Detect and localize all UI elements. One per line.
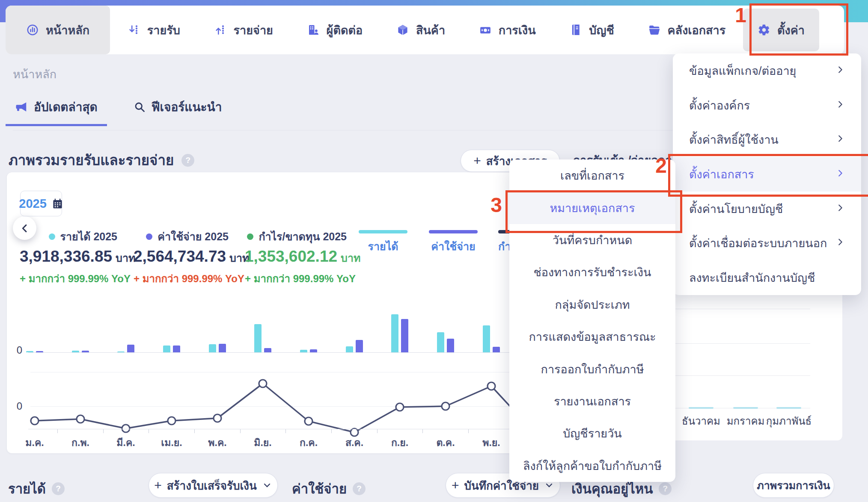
create-receipt-button[interactable]: + สร้างใบเสร็จรับเงิน bbox=[149, 473, 278, 498]
nav-item-income[interactable]: รายรับ bbox=[111, 6, 196, 54]
chevron-down-icon bbox=[262, 480, 272, 490]
tab-latest-updates[interactable]: อัปเดตล่าสุด bbox=[6, 95, 107, 126]
year-selector[interactable]: 2025 bbox=[20, 191, 62, 216]
chevron-right-icon bbox=[835, 202, 845, 216]
x-axis-tick bbox=[103, 429, 104, 433]
settings-menu-item[interactable]: ตั้งค่าองค์กร bbox=[673, 88, 861, 123]
nav-item-label: สินค้า bbox=[416, 21, 445, 39]
settings-menu-item[interactable]: ลงทะเบียนสำนักงานบัญชี bbox=[673, 260, 861, 295]
legend-color-bar bbox=[429, 230, 478, 233]
stat-label-text: ค่าใช้จ่าย 2025 bbox=[158, 228, 229, 245]
doc-submenu-item[interactable]: กลุ่มจัดประเภท bbox=[509, 289, 675, 321]
doc-submenu-item[interactable]: รายงานเอกสาร bbox=[509, 385, 675, 417]
bar-expense[interactable] bbox=[173, 345, 180, 352]
doc-submenu-item[interactable]: การออกใบกำกับภาษี bbox=[509, 353, 675, 385]
x-axis-label: มิ.ย. bbox=[244, 435, 282, 450]
settings-menu-item[interactable]: ตั้งค่านโยบายบัญชี bbox=[673, 192, 861, 226]
stat-value: 1,353,602.12บาท bbox=[245, 248, 347, 266]
bar-expense[interactable] bbox=[264, 348, 271, 352]
month-label: กุมภาพันธ์ bbox=[762, 413, 815, 429]
breadcrumb: หน้าหลัก bbox=[13, 65, 56, 83]
nav-item-dashboard[interactable]: หน้าหลัก bbox=[6, 6, 110, 54]
doc-submenu-item[interactable]: บัญชีรายวัน bbox=[509, 417, 675, 449]
doc-submenu-item[interactable]: วันที่ครบกำหนด bbox=[509, 224, 675, 256]
bar-income[interactable] bbox=[437, 332, 444, 352]
bar-income[interactable] bbox=[209, 344, 216, 352]
chevron-right-icon bbox=[835, 236, 845, 250]
finance-overview-label: ภาพรวมการเงิน bbox=[757, 477, 830, 494]
x-axis-tick bbox=[194, 429, 195, 433]
settings-menu-item[interactable]: ข้อมูลแพ็กเกจ/ต่ออายุ bbox=[673, 53, 861, 88]
bar-expense[interactable] bbox=[219, 344, 226, 352]
stat-value: 2,564,734.73บาท bbox=[134, 248, 229, 266]
bar-expense[interactable] bbox=[493, 347, 500, 352]
doc-submenu-item[interactable]: เลขที่เอกสาร bbox=[509, 159, 675, 192]
bar-income[interactable] bbox=[117, 351, 125, 352]
bar-income[interactable] bbox=[346, 346, 353, 352]
legend-item[interactable]: ค่าใช้จ่าย bbox=[429, 230, 478, 255]
nav-item-contacts[interactable]: ผู้ติดต่อ bbox=[291, 6, 379, 54]
bar-income[interactable] bbox=[163, 345, 170, 352]
nav-item-settings[interactable]: ตั้งค่า bbox=[743, 9, 819, 51]
bar-income[interactable] bbox=[483, 325, 490, 352]
document-settings-submenu: เลขที่เอกสารหมายเหตุเอกสารวันที่ครบกำหนด… bbox=[509, 159, 675, 482]
nav-item-label: รายรับ bbox=[147, 21, 180, 39]
stat-yoy: + มากกว่า 999.99% YoY bbox=[134, 270, 229, 287]
month-tick bbox=[733, 407, 758, 409]
row-divider bbox=[673, 309, 810, 309]
bar-expense[interactable] bbox=[127, 345, 134, 352]
doc-submenu-item[interactable]: การแสดงข้อมูลสาธารณะ bbox=[509, 321, 675, 353]
legend-item[interactable]: รายได้ bbox=[359, 230, 407, 255]
bar-expense[interactable] bbox=[310, 349, 317, 352]
bar-income[interactable] bbox=[72, 351, 79, 352]
help-icon[interactable]: ? bbox=[353, 482, 366, 495]
bar-income[interactable] bbox=[26, 351, 33, 352]
settings-icon bbox=[758, 24, 770, 36]
menu-item-label: ตั้งค่าเอกสาร bbox=[689, 165, 754, 183]
help-icon[interactable]: ? bbox=[181, 154, 194, 167]
nav-item-finance[interactable]: การเงิน bbox=[463, 6, 552, 54]
doc-submenu-item[interactable]: หมายเหตุเอกสาร bbox=[509, 192, 675, 224]
stat-value: 3,918,336.85บาท bbox=[20, 248, 117, 266]
x-axis-label: มี.ค. bbox=[107, 435, 145, 450]
settings-menu-item[interactable]: ตั้งค่าเชื่อมต่อระบบภายนอก bbox=[673, 226, 861, 261]
bar-expense[interactable] bbox=[401, 319, 408, 352]
menu-item-label: ตั้งค่าเชื่อมต่อระบบภายนอก bbox=[689, 234, 827, 252]
income-title-label: รายได้ bbox=[8, 478, 46, 499]
bar-expense[interactable] bbox=[356, 340, 363, 352]
doc-submenu-item[interactable]: ช่องทางการรับชำระเงิน bbox=[509, 256, 675, 288]
nav-item-accounting[interactable]: บัญชี bbox=[553, 6, 630, 54]
tab-recommended-features[interactable]: ฟีเจอร์แนะนำ bbox=[124, 95, 232, 126]
bar-expense[interactable] bbox=[36, 351, 43, 352]
stat-income: รายได้ 20253,918,336.85บาท+ มากกว่า 999.… bbox=[20, 228, 117, 287]
x-axis-label: ส.ค. bbox=[335, 435, 374, 450]
help-icon[interactable]: ? bbox=[52, 482, 65, 495]
plus-icon: + bbox=[452, 479, 459, 492]
nav-item-documents[interactable]: คลังเอกสาร bbox=[632, 6, 742, 54]
nav-item-label: คลังเอกสาร bbox=[668, 21, 726, 39]
doc-submenu-item[interactable]: ลิงก์ให้ลูกค้าขอใบกำกับภาษี bbox=[509, 450, 675, 482]
dashboard-icon bbox=[26, 24, 39, 36]
chart-prev-button[interactable] bbox=[13, 216, 36, 240]
nav-item-label: ผู้ติดต่อ bbox=[327, 21, 363, 39]
stat-label: ค่าใช้จ่าย 2025 bbox=[134, 228, 229, 245]
bar-income[interactable] bbox=[391, 314, 398, 352]
bar-income[interactable] bbox=[300, 350, 307, 352]
bar-expense[interactable] bbox=[82, 351, 89, 352]
nav-item-products[interactable]: สินค้า bbox=[380, 6, 461, 54]
settings-menu-item[interactable]: ตั้งค่าสิทธิ์ผู้ใช้งาน bbox=[673, 122, 861, 157]
menu-item-label: ตั้งค่าองค์กร bbox=[689, 96, 750, 115]
settings-menu-item[interactable]: ตั้งค่าเอกสาร bbox=[673, 157, 861, 192]
legend-dot-icon bbox=[49, 233, 55, 240]
nav-item-expense[interactable]: รายจ่าย bbox=[198, 6, 289, 54]
help-icon[interactable]: ? bbox=[659, 482, 672, 495]
chevron-right-icon bbox=[835, 99, 845, 112]
x-axis-label: ก.ค. bbox=[289, 435, 328, 450]
settings-dropdown-menu: ข้อมูลแพ็กเกจ/ต่ออายุตั้งค่าองค์กรตั้งค่… bbox=[673, 53, 861, 295]
nav-item-label: หน้าหลัก bbox=[46, 21, 89, 39]
finance-overview-button[interactable]: ภาพรวมการเงิน bbox=[753, 473, 834, 498]
bar-income[interactable] bbox=[254, 324, 262, 352]
expense-icon bbox=[214, 24, 227, 36]
stat-yoy: + มากกว่า 999.99% YoY bbox=[20, 270, 117, 287]
bar-expense[interactable] bbox=[447, 339, 454, 352]
